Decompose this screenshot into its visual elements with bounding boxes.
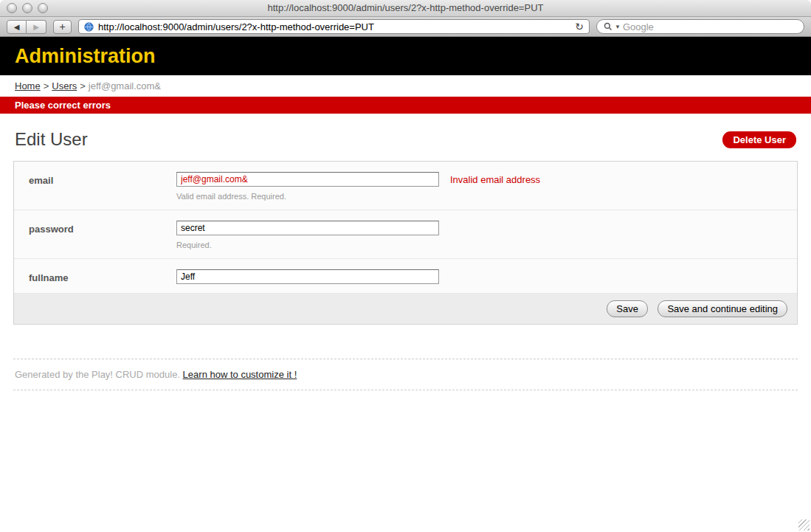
form-actions: Save Save and continue editing [14, 294, 797, 324]
window-resize-grip[interactable] [798, 519, 810, 531]
breadcrumb-separator: > [80, 80, 86, 91]
fullname-label: fullname [29, 269, 176, 284]
page-footer: Generated by the Play! CRUD module. Lear… [13, 359, 798, 390]
zoom-window-icon[interactable] [38, 3, 48, 13]
search-placeholder: Google [623, 21, 654, 32]
search-input[interactable]: ▼ Google [596, 19, 804, 34]
url-text[interactable]: http://localhost:9000/admin/users/2?x-ht… [98, 21, 570, 32]
password-help-text: Required. [176, 241, 439, 249]
window-titlebar: http://localhost:9000/admin/users/2?x-ht… [0, 0, 811, 17]
password-label: password [29, 221, 176, 249]
search-icon [604, 22, 612, 31]
forward-button[interactable]: ▶ [27, 20, 46, 34]
breadcrumb-users-link[interactable]: Users [52, 80, 77, 91]
error-banner: Please correct errors [0, 97, 811, 114]
password-field-row: password Required. [14, 210, 797, 259]
breadcrumb: Home>Users>jeff@gmail.com& [0, 75, 811, 97]
page-header: Edit User Delete User [13, 129, 798, 150]
nav-buttons: ◀ ▶ [7, 20, 46, 34]
globe-favicon-icon [84, 22, 94, 32]
main-content: Edit User Delete User email Invalid emai… [0, 129, 811, 390]
browser-window: http://localhost:9000/admin/users/2?x-ht… [0, 0, 811, 532]
email-field-row: email Invalid email address Valid email … [14, 162, 797, 210]
fullname-field-row: fullname [14, 259, 797, 294]
footer-customize-link[interactable]: Learn how to customize it ! [183, 369, 297, 380]
breadcrumb-separator: > [44, 80, 49, 91]
email-control: Invalid email address Valid email addres… [176, 172, 540, 201]
fullname-input[interactable] [176, 269, 439, 284]
fullname-control [176, 269, 439, 284]
email-error-message: Invalid email address [450, 174, 540, 185]
new-tab-button[interactable]: + [53, 20, 72, 34]
back-button[interactable]: ◀ [7, 20, 27, 34]
password-input[interactable] [176, 221, 439, 235]
breadcrumb-home-link[interactable]: Home [15, 80, 41, 91]
page-title: Edit User [15, 129, 88, 150]
email-help-text: Valid email address. Required. [176, 192, 540, 201]
footer-text: Generated by the Play! CRUD module. [15, 369, 183, 380]
email-label: email [29, 172, 176, 201]
window-controls [7, 3, 48, 13]
breadcrumb-current-item: jeff@gmail.com& [89, 80, 161, 91]
edit-user-form: email Invalid email address Valid email … [13, 161, 798, 325]
admin-header: Administration [0, 37, 811, 75]
search-options-chevron-icon[interactable]: ▼ [615, 24, 621, 30]
save-button[interactable]: Save [607, 300, 648, 317]
browser-toolbar: ◀ ▶ + http://localhost:9000/admin/users/… [0, 17, 811, 37]
email-input[interactable] [176, 172, 439, 187]
password-control: Required. [176, 221, 439, 249]
window-title: http://localhost:9000/admin/users/2?x-ht… [0, 0, 811, 16]
admin-title: Administration [0, 45, 156, 68]
save-continue-button[interactable]: Save and continue editing [658, 300, 787, 317]
url-field[interactable]: http://localhost:9000/admin/users/2?x-ht… [78, 19, 590, 34]
delete-user-button[interactable]: Delete User [722, 131, 796, 148]
reload-icon[interactable]: ↻ [575, 20, 584, 33]
close-window-icon[interactable] [7, 3, 17, 13]
minimize-window-icon[interactable] [22, 3, 32, 13]
